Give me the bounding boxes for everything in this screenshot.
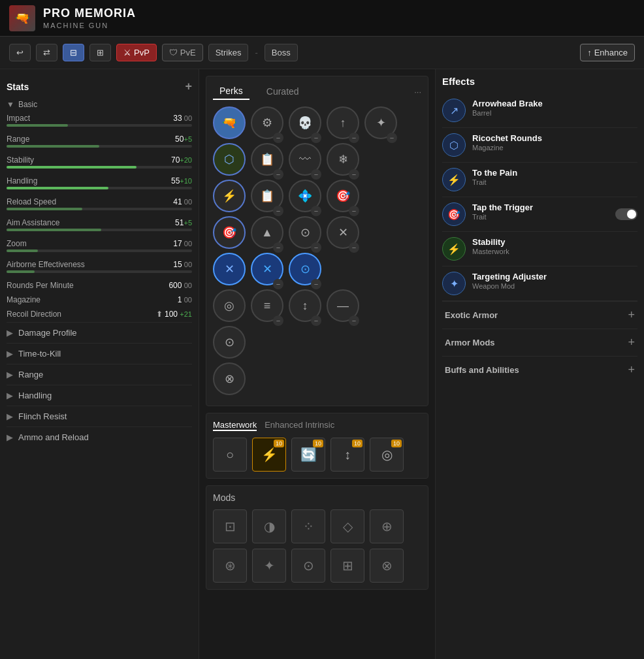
perk-minus-icon[interactable]: − (349, 206, 359, 216)
effect-stability-mw[interactable]: ⚡ Stability Masterwork (442, 232, 637, 266)
section-handling[interactable]: ▶ Handling (7, 385, 192, 406)
masterwork-icon-3[interactable]: ↕10 (330, 438, 364, 472)
view-toggle-grid[interactable]: ⊞ (89, 44, 111, 61)
mod-slot-r2-0[interactable]: ⊛ (213, 549, 247, 583)
perk-minus-icon[interactable]: − (311, 315, 321, 326)
mod-slot-r1-2[interactable]: ⁘ (291, 509, 325, 543)
perk-minus-icon[interactable]: − (311, 279, 321, 289)
perk-minus-icon[interactable]: − (273, 133, 283, 143)
perk-minus-icon[interactable]: − (349, 315, 359, 326)
mod-slot-r2-4[interactable]: ⊗ (370, 549, 404, 583)
masterwork-icon-2[interactable]: 🔄10 (291, 438, 325, 472)
perk-left-0[interactable]: 🔫 (213, 106, 246, 139)
pvp-button[interactable]: ⚔ PvP (116, 44, 157, 61)
perk-minus-icon[interactable]: − (311, 206, 321, 216)
perk-left-2[interactable]: ⚡ (213, 180, 246, 212)
boss-button[interactable]: Boss (265, 44, 298, 61)
perk-minus-icon[interactable]: − (273, 279, 283, 289)
section-time-to-kill[interactable]: ▶ Time-to-Kill (7, 343, 192, 364)
section-range[interactable]: ▶ Range (7, 364, 192, 385)
section-flinch-resist[interactable]: ▶ Flinch Resist (7, 406, 192, 426)
effect-arrowhead-brake[interactable]: ↗ Arrowhead Brake Barrel (442, 93, 637, 128)
perk-option-1-1[interactable]: 〰 − (289, 143, 321, 176)
perk-option-4-1[interactable]: ⊙ − (289, 253, 321, 285)
tab-perks[interactable]: Perks (213, 83, 250, 100)
shuffle-button[interactable]: ⇄ (36, 44, 57, 61)
expandable-armor-mods[interactable]: Armor Mods + (442, 329, 637, 356)
masterwork-tabs: Masterwork Enhanced Intrinsic (213, 420, 421, 431)
perk-minus-icon[interactable]: − (273, 169, 283, 180)
mod-slot-r1-4[interactable]: ⊕ (370, 509, 404, 543)
mod-slot-r1-1[interactable]: ◑ (252, 509, 286, 543)
perk-option-0-3[interactable]: ✦ − (364, 106, 397, 139)
strikes-button[interactable]: Strikes (208, 44, 249, 61)
expandable-plus-icon[interactable]: + (628, 336, 635, 349)
effect-targeting-adjuster[interactable]: ✦ Targeting Adjuster Weapon Mod (442, 266, 637, 301)
tab-enhanced-intrinsic[interactable]: Enhanced Intrinsic (265, 420, 334, 431)
perk-left-4[interactable]: ✕ (213, 253, 246, 285)
perk-option-0-0[interactable]: ⚙ − (251, 106, 283, 139)
expandable-plus-icon[interactable]: + (628, 363, 635, 377)
stats-add-icon[interactable]: + (185, 80, 192, 93)
section-damage-profile[interactable]: ▶ Damage Profile (7, 322, 192, 343)
stat-name: Stability (7, 155, 34, 165)
perk-option-0-2[interactable]: ↑ − (327, 106, 359, 139)
perk-option-3-2[interactable]: ✕ − (327, 216, 359, 249)
mod-slot-r1-3[interactable]: ◇ (330, 509, 364, 543)
perk-minus-icon[interactable]: − (311, 242, 321, 253)
expandable-plus-icon[interactable]: + (628, 308, 635, 322)
perk-option-5-1[interactable]: ↕ − (289, 289, 321, 322)
perks-menu-icon[interactable]: ··· (414, 87, 421, 97)
perk-left-5[interactable]: ◎ (213, 289, 246, 322)
perk-minus-icon[interactable]: − (311, 133, 321, 143)
masterwork-icon-4[interactable]: ◎10 (370, 438, 404, 472)
perk-option-4-0[interactable]: ✕ − (251, 253, 283, 285)
masterwork-icon-1[interactable]: ⚡10 (252, 438, 286, 472)
mod-slot-r2-3[interactable]: ⊞ (330, 549, 364, 583)
perk-minus-icon[interactable]: − (311, 169, 321, 180)
perk-option-2-1[interactable]: 💠 − (289, 180, 321, 212)
pve-button[interactable]: 🛡 PvE (162, 44, 203, 61)
perk-minus-icon[interactable]: − (349, 242, 359, 253)
effect-ricochet-rounds[interactable]: ⬡ Ricochet Rounds Magazine (442, 128, 637, 163)
tab-curated[interactable]: Curated (260, 83, 306, 100)
perk-option-2-0[interactable]: 📋 − (251, 180, 283, 212)
perk-option-icon: ↑ (340, 116, 346, 130)
perk-option-0-1[interactable]: 💀 − (289, 106, 321, 139)
expandable-buffs-abilities[interactable]: Buffs and Abilities + (442, 356, 637, 383)
basic-subsection[interactable]: ▼ Basic (7, 97, 192, 112)
section-ammo-and-reload[interactable]: ▶ Ammo and Reload (7, 426, 192, 447)
perk-minus-icon[interactable]: − (349, 169, 359, 180)
perk-left-1[interactable]: ⬡ (213, 143, 246, 176)
mod-slot-r2-1[interactable]: ✦ (252, 549, 286, 583)
view-toggle-list[interactable]: ⊟ (63, 44, 84, 61)
perk-option-2-2[interactable]: 🎯 − (327, 180, 359, 212)
perk-minus-icon[interactable]: − (387, 133, 397, 143)
perk-minus-icon[interactable]: − (273, 242, 283, 253)
effect-to-the-pain[interactable]: ⚡ To the Pain Trait (442, 163, 637, 197)
perk-option-3-1[interactable]: ⊙ − (289, 216, 321, 249)
perk-option-1-2[interactable]: ❄ − (327, 143, 359, 176)
undo-button[interactable]: ↩ (9, 44, 31, 61)
perk-left-3[interactable]: 🎯 (213, 216, 246, 249)
perk-minus-icon[interactable]: − (349, 133, 359, 143)
stat-value: 55+10 (171, 176, 192, 185)
masterwork-icon-0[interactable]: ○ (213, 438, 247, 472)
effect-text: Stability Masterwork (472, 237, 509, 255)
effect-toggle-tap-the-trigger[interactable] (615, 208, 637, 220)
perk-option-5-2[interactable]: — − (327, 289, 359, 322)
enhance-button[interactable]: ↑ Enhance (580, 44, 635, 61)
expandable-exotic-armor[interactable]: Exotic Armor + (442, 301, 637, 329)
mod-slot-r2-2[interactable]: ⊙ (291, 549, 325, 583)
perk-option-1-0[interactable]: 📋 − (251, 143, 283, 176)
effect-tap-the-trigger[interactable]: 🎯 Tap the Trigger Trait (442, 197, 637, 232)
perk-minus-icon[interactable]: − (273, 206, 283, 216)
tab-masterwork[interactable]: Masterwork (213, 420, 257, 431)
perk-minus-icon[interactable]: − (273, 315, 283, 326)
perk-left-6[interactable]: ⊙ (213, 326, 246, 359)
effect-glyph: ⚡ (447, 174, 460, 186)
perk-left-7[interactable]: ⊗ (213, 362, 246, 395)
perk-option-5-0[interactable]: ≡ − (251, 289, 283, 322)
perk-option-3-0[interactable]: ▲ − (251, 216, 283, 249)
mod-slot-r1-0[interactable]: ⊡ (213, 509, 247, 543)
